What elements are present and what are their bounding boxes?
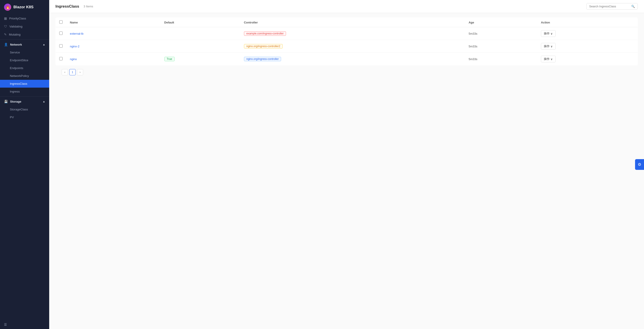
row-checkbox-cell xyxy=(56,40,66,53)
sidebar-item-priorityclass[interactable]: ▦ PriorityClass xyxy=(0,14,49,22)
sidebar-label-endpointslice: EndpointSlice xyxy=(10,58,28,62)
sidebar-label-networkpolicy: NetworkPolicy xyxy=(10,74,29,77)
action-button[interactable]: 操作 ∨ xyxy=(541,56,556,62)
sidebar-label-storageclass: StorageClass xyxy=(10,108,28,111)
row-name-link[interactable]: external-lb xyxy=(70,32,84,35)
action-label: 操作 xyxy=(544,44,550,48)
sidebar: 🔥 Blazor K8S ▦ PriorityClass 🛡 Validatin… xyxy=(0,0,49,329)
col-action: Action xyxy=(537,18,638,27)
row-default-cell xyxy=(161,40,240,53)
row-checkbox-cell xyxy=(56,27,66,40)
next-page-button[interactable]: › xyxy=(77,69,83,75)
chevron-up-icon: ▲ xyxy=(43,43,45,46)
sidebar-label-pv: PV xyxy=(10,116,14,119)
col-default: Default xyxy=(161,18,240,27)
storage-icon: 💾 xyxy=(4,100,8,103)
floating-settings-button[interactable]: ⚙ xyxy=(635,159,644,170)
dropdown-arrow-icon: ∨ xyxy=(550,45,553,48)
header-checkbox-cell xyxy=(56,18,66,27)
sidebar-item-mutating[interactable]: ✎ Mutating xyxy=(0,30,49,38)
table-container: Name Default Controller Age Action exter… xyxy=(49,13,644,329)
sidebar-footer[interactable]: ☰ xyxy=(0,320,49,329)
dropdown-arrow-icon: ∨ xyxy=(550,32,553,35)
row-default-cell xyxy=(161,27,240,40)
row-name-link[interactable]: nginx-2 xyxy=(70,45,80,48)
row-checkbox[interactable] xyxy=(59,31,62,35)
gear-icon: ⚙ xyxy=(638,162,641,167)
sidebar-group-storage[interactable]: 💾 Storage ▲ xyxy=(0,97,49,105)
sidebar-label-ingressclass: IngressClass xyxy=(10,82,27,85)
sidebar-item-validating[interactable]: 🛡 Validating xyxy=(0,22,49,30)
sidebar-label-mutating: Mutating xyxy=(9,33,20,36)
select-all-checkbox[interactable] xyxy=(59,20,62,24)
app-header: 🔥 Blazor K8S xyxy=(0,0,49,14)
app-logo: 🔥 xyxy=(4,3,11,11)
chevron-up-icon-storage: ▲ xyxy=(43,100,45,103)
table-row: nginx True nginx.org/ingress-controller … xyxy=(56,53,638,65)
row-action-cell: 操作 ∨ xyxy=(537,40,638,53)
sidebar-item-endpoints[interactable]: Endpoints xyxy=(0,64,49,72)
main-content: IngressClass 3 Items 🔍 Name Default Cont… xyxy=(49,0,644,329)
sidebar-label-validating: Validating xyxy=(10,25,22,28)
sidebar-group-storage-label: Storage xyxy=(10,100,21,103)
grid-icon: ▦ xyxy=(4,16,7,20)
page-header: IngressClass 3 Items 🔍 xyxy=(49,0,644,13)
sidebar-item-pv[interactable]: PV xyxy=(0,113,49,121)
sidebar-label-endpoints: Endpoints xyxy=(10,66,23,70)
default-badge: True xyxy=(164,57,175,61)
sidebar-item-networkpolicy[interactable]: NetworkPolicy xyxy=(0,72,49,80)
row-name-cell: nginx xyxy=(66,53,161,65)
sidebar-item-ingress[interactable]: Ingress xyxy=(0,88,49,95)
row-name-cell: external-lb xyxy=(66,27,161,40)
sidebar-label-service: Service xyxy=(10,51,20,54)
page-title: IngressClass xyxy=(56,4,79,9)
row-controller-cell: nginx.org/ingress-controller xyxy=(240,53,465,65)
edit-icon: ✎ xyxy=(4,33,7,36)
controller-badge: example.com/ingress-controller xyxy=(244,31,286,36)
app-title: Blazor K8S xyxy=(14,5,34,9)
sidebar-item-endpointslice[interactable]: EndpointSlice xyxy=(0,56,49,64)
controller-badge: nginx.org/ingress-controller2 xyxy=(244,44,283,48)
sidebar-item-service[interactable]: Service xyxy=(0,48,49,56)
table-row: external-lb example.com/ingress-controll… xyxy=(56,27,638,40)
row-age-cell: 5m33s xyxy=(465,27,537,40)
sidebar-item-storageclass[interactable]: StorageClass xyxy=(0,105,49,113)
table-header-row: Name Default Controller Age Action xyxy=(56,18,638,27)
action-label: 操作 xyxy=(544,31,550,35)
row-checkbox[interactable] xyxy=(59,44,62,48)
row-age-cell: 5m33s xyxy=(465,40,537,53)
pagination: ‹ 1 › xyxy=(56,65,638,75)
row-default-cell: True xyxy=(161,53,240,65)
col-name: Name xyxy=(66,18,161,27)
action-button[interactable]: 操作 ∨ xyxy=(541,43,556,50)
row-action-cell: 操作 ∨ xyxy=(537,27,638,40)
col-controller: Controller xyxy=(240,18,465,27)
row-age-cell: 5m33s xyxy=(465,53,537,65)
sidebar-label-ingress: Ingress xyxy=(10,90,20,93)
action-button[interactable]: 操作 ∨ xyxy=(541,30,556,37)
row-checkbox[interactable] xyxy=(59,57,62,60)
shield-icon: 🛡 xyxy=(4,24,7,28)
search-box[interactable]: 🔍 xyxy=(586,3,638,9)
item-count: 3 Items xyxy=(84,5,93,8)
controller-badge: nginx.org/ingress-controller xyxy=(244,57,281,61)
row-name-cell: nginx-2 xyxy=(66,40,161,53)
page-1-button[interactable]: 1 xyxy=(69,69,76,75)
sidebar-item-ingressclass[interactable]: IngressClass xyxy=(0,80,49,88)
prev-page-button[interactable]: ‹ xyxy=(62,69,68,75)
search-icon: 🔍 xyxy=(631,5,635,8)
search-input[interactable] xyxy=(589,5,630,8)
row-checkbox-cell xyxy=(56,53,66,65)
row-controller-cell: nginx.org/ingress-controller2 xyxy=(240,40,465,53)
action-label: 操作 xyxy=(544,57,550,61)
sidebar-group-network[interactable]: 👤 Network ▲ xyxy=(0,40,49,48)
col-age: Age xyxy=(465,18,537,27)
table-row: nginx-2 nginx.org/ingress-controller2 5m… xyxy=(56,40,638,53)
sidebar-group-network-label: Network xyxy=(10,43,22,46)
ingressclass-table: Name Default Controller Age Action exter… xyxy=(56,17,638,65)
row-action-cell: 操作 ∨ xyxy=(537,53,638,65)
menu-icon: ☰ xyxy=(4,323,7,326)
dropdown-arrow-icon: ∨ xyxy=(550,57,553,61)
row-controller-cell: example.com/ingress-controller xyxy=(240,27,465,40)
row-name-link[interactable]: nginx xyxy=(70,57,77,61)
